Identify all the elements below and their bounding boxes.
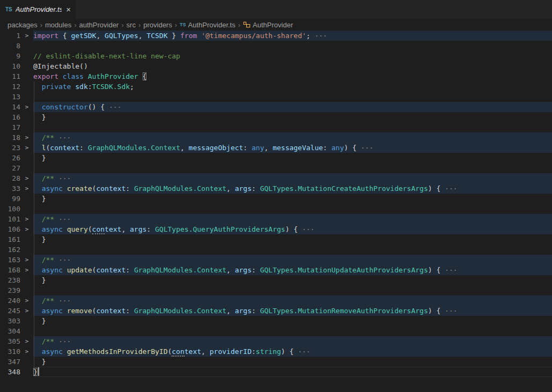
line-number: 239	[0, 285, 20, 295]
code-line-content[interactable]: }	[33, 234, 552, 245]
code-line-content[interactable]: /** ···	[33, 336, 552, 346]
code-line-content[interactable]: }	[33, 357, 552, 367]
fold-chevron-icon[interactable]: >	[20, 143, 33, 153]
code-line-content[interactable]: /** ···	[33, 255, 552, 265]
code-line: 101> /** ···	[0, 214, 552, 224]
code-line-content[interactable]	[33, 92, 552, 102]
breadcrumb-item-packages[interactable]: packages	[8, 21, 38, 29]
code-line: 310> async getMethodsInProviderByID(cont…	[0, 346, 552, 357]
line-number: 304	[0, 326, 20, 336]
code-token: GraphQLModules.Context	[88, 144, 180, 152]
breadcrumb-label: authProvider	[79, 21, 119, 29]
code-token: GQLTypes.QueryAuthProvidersArgs	[155, 225, 285, 233]
code-line-content[interactable]: async update(context: GraphQLModules.Con…	[33, 265, 552, 275]
fold-chevron-icon[interactable]: >	[20, 265, 33, 275]
fold-chevron-icon[interactable]: >	[20, 214, 33, 224]
fold-chevron-icon[interactable]: >	[20, 255, 33, 265]
fold-chevron-icon[interactable]: >	[20, 306, 33, 316]
line-number: 28	[0, 173, 20, 183]
code-line-content[interactable]: @Injectable()	[33, 61, 552, 71]
code-line-content[interactable]	[33, 122, 552, 132]
fold-gutter	[20, 112, 33, 122]
close-icon[interactable]: ×	[66, 5, 71, 13]
code-token: ···	[58, 297, 71, 305]
code-line-content[interactable]: /** ···	[33, 173, 552, 183]
code-line-content[interactable]: /** ···	[33, 295, 552, 306]
breadcrumb-item-src[interactable]: src	[127, 21, 136, 29]
code-token: /**	[42, 174, 58, 182]
breadcrumb-item-authprovider[interactable]: AuthProvider	[243, 21, 293, 29]
code-token: ,	[138, 32, 147, 40]
code-line-content[interactable]: // eslint-disable-next-line new-cap	[33, 51, 552, 61]
tab-authprovider[interactable]: TS AuthProvider.ts ×	[0, 0, 76, 19]
code-line: 16 }	[0, 112, 552, 122]
code-editor: 1>import { getSDK, GQLTypes, TCSDK } fro…	[0, 31, 552, 377]
code-line-content[interactable]: }	[33, 112, 552, 122]
line-number: 168	[0, 265, 20, 275]
code-line-content[interactable]: }	[33, 194, 552, 204]
fold-gutter	[20, 92, 33, 102]
code-token	[33, 337, 42, 345]
code-line-content[interactable]: /** ···	[33, 214, 552, 224]
fold-chevron-icon[interactable]: >	[20, 346, 33, 357]
code-line-content[interactable]: export class AuthProvider {	[33, 71, 552, 82]
code-token: async	[42, 347, 63, 356]
fold-gutter	[20, 71, 33, 82]
code-line-content[interactable]	[33, 285, 552, 295]
code-token	[33, 144, 42, 152]
code-token: ···	[445, 307, 457, 315]
fold-gutter	[20, 82, 33, 92]
code-line-content[interactable]	[33, 163, 552, 173]
code-line: 162	[0, 245, 552, 255]
fold-chevron-icon[interactable]: >	[20, 31, 33, 41]
breadcrumb-item-authprovider[interactable]: authProvider	[79, 21, 119, 29]
code-token: context	[50, 144, 79, 152]
code-token: context	[96, 184, 126, 193]
breadcrumb-item-providers[interactable]: providers	[143, 21, 172, 29]
code-line-content[interactable]: async remove(context: GraphQLModules.Con…	[33, 306, 552, 316]
code-token: ,	[226, 266, 235, 274]
code-line-content[interactable]: l(context: GraphQLModules.Context, messa…	[33, 143, 552, 153]
code-token: :	[146, 225, 155, 233]
code-token: con	[92, 225, 105, 234]
breadcrumb-item-authprovider-ts[interactable]: TSAuthProvider.ts	[180, 21, 235, 29]
fold-chevron-icon[interactable]: >	[20, 336, 33, 346]
code-token	[33, 256, 42, 264]
code-token: sdk	[75, 83, 87, 91]
code-line: 238 }	[0, 275, 552, 285]
fold-chevron-icon[interactable]: >	[20, 132, 33, 143]
code-line-content[interactable]: async query(context, args: GQLTypes.Quer…	[33, 224, 552, 234]
fold-chevron-icon[interactable]: >	[20, 183, 33, 194]
code-line-content[interactable]: /** ···	[33, 132, 552, 143]
code-token: constructor	[42, 103, 88, 111]
code-line-content[interactable]: }	[33, 275, 552, 285]
code-line-content[interactable]: import { getSDK, GQLTypes, TCSDK } from …	[33, 31, 552, 41]
code-token: args	[235, 184, 252, 193]
code-line: 106> async query(context, args: GQLTypes…	[0, 224, 552, 234]
fold-chevron-icon[interactable]: >	[20, 173, 33, 183]
code-line-content[interactable]	[33, 326, 552, 336]
code-line: 14> constructor() { ···	[0, 102, 552, 112]
fold-chevron-icon[interactable]: >	[20, 224, 33, 234]
fold-chevron-icon[interactable]: >	[20, 295, 33, 306]
code-token: GQLTypes	[105, 32, 138, 40]
code-line-content[interactable]: async getMethodsInProviderByID(context, …	[33, 346, 552, 357]
code-line-content[interactable]: async create(context: GraphQLModules.Con…	[33, 183, 552, 194]
line-number: 101	[0, 214, 20, 224]
code-line-content[interactable]: private sdk:TCSDK.Sdk;	[33, 82, 552, 92]
code-token	[33, 103, 42, 111]
fold-chevron-icon[interactable]: >	[20, 102, 33, 112]
code-line-content[interactable]: }	[33, 316, 552, 326]
code-line-content[interactable]	[33, 204, 552, 214]
breadcrumb-item-modules[interactable]: modules	[45, 21, 71, 29]
code-line-content[interactable]: constructor() { ···	[33, 102, 552, 112]
code-line-content[interactable]	[33, 41, 552, 51]
code-line-content[interactable]: }	[33, 153, 552, 163]
code-line: 99 }	[0, 194, 552, 204]
code-line-content[interactable]	[33, 245, 552, 255]
code-token: ,	[264, 144, 273, 152]
code-token: ) {	[344, 144, 360, 152]
fold-gutter	[20, 194, 33, 204]
code-line-content[interactable]: }	[33, 367, 552, 377]
code-line: 9// eslint-disable-next-line new-cap	[0, 51, 552, 61]
